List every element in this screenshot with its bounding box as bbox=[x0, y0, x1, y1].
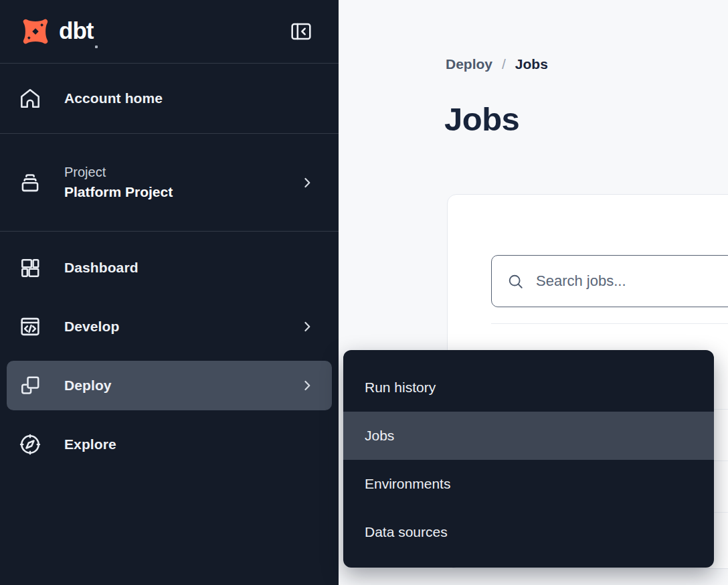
sidebar-item-project[interactable]: Project Platform Project bbox=[0, 134, 339, 232]
home-icon bbox=[17, 86, 43, 111]
sidebar-collapse-button[interactable] bbox=[288, 18, 314, 45]
flyout-item-data-sources[interactable]: Data sources bbox=[343, 508, 714, 556]
sidebar-item-label: Develop bbox=[64, 319, 119, 335]
chevron-right-icon bbox=[300, 319, 314, 334]
sidebar-item-label: Account home bbox=[64, 90, 163, 106]
chevron-right-icon bbox=[300, 175, 314, 190]
breadcrumb-deploy-link[interactable]: Deploy bbox=[446, 56, 492, 72]
card-divider bbox=[491, 323, 728, 324]
trademark-dot bbox=[95, 46, 98, 48]
sidebar-item-label: Deploy bbox=[64, 378, 112, 394]
search-icon bbox=[507, 272, 525, 290]
chevron-right-icon bbox=[300, 378, 314, 393]
project-text: Project Platform Project bbox=[64, 165, 173, 200]
deploy-flyout-menu: Run history Jobs Environments Data sourc… bbox=[343, 350, 714, 568]
flyout-item-jobs[interactable]: Jobs bbox=[343, 412, 714, 460]
dashboard-grid-icon bbox=[17, 255, 43, 280]
sidebar-item-deploy[interactable]: Deploy bbox=[7, 361, 332, 410]
sidebar-item-develop[interactable]: Develop bbox=[7, 302, 332, 351]
search-box[interactable] bbox=[491, 255, 728, 307]
sidebar-item-label: Explore bbox=[64, 436, 116, 452]
sidebar-nav: Dashboard Develop bbox=[0, 232, 339, 469]
develop-code-window-icon bbox=[17, 314, 43, 339]
project-name: Platform Project bbox=[64, 184, 173, 200]
sidebar-item-account-home[interactable]: Account home bbox=[0, 64, 339, 134]
sidebar-item-label: Dashboard bbox=[64, 260, 139, 276]
sidebar-collapse-icon bbox=[288, 19, 314, 44]
deploy-squares-icon bbox=[17, 373, 43, 398]
sidebar-header: dbt bbox=[0, 0, 339, 64]
project-eyebrow: Project bbox=[64, 165, 173, 180]
project-stack-icon bbox=[17, 170, 43, 195]
flyout-item-run-history[interactable]: Run history bbox=[343, 363, 714, 412]
sidebar-item-dashboard[interactable]: Dashboard bbox=[7, 243, 332, 292]
flyout-item-environments[interactable]: Environments bbox=[343, 460, 714, 508]
dbt-logo-icon bbox=[19, 15, 52, 48]
breadcrumb-separator: / bbox=[502, 56, 506, 72]
explore-compass-icon bbox=[17, 432, 43, 457]
sidebar-item-explore[interactable]: Explore bbox=[7, 420, 332, 469]
search-jobs-input[interactable] bbox=[536, 272, 728, 290]
breadcrumb-current: Jobs bbox=[515, 56, 548, 72]
page-title: Jobs bbox=[444, 100, 519, 138]
dbt-wordmark: dbt bbox=[59, 19, 93, 42]
sidebar: dbt Account home bbox=[0, 0, 339, 585]
breadcrumb: Deploy / Jobs bbox=[446, 56, 548, 72]
